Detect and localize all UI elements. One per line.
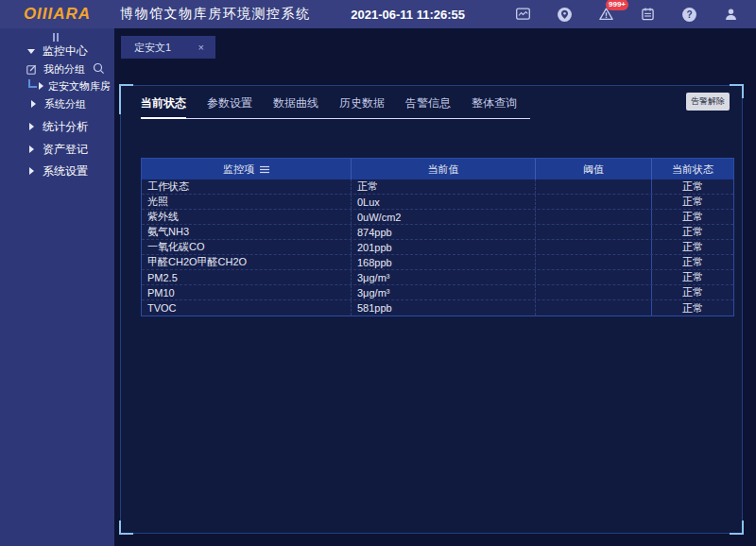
cell-threshold xyxy=(536,225,652,239)
table-row[interactable]: PM10 3μg/m³ 正常 xyxy=(142,285,733,300)
cell-threshold xyxy=(536,255,652,269)
header-current-value: 当前值 xyxy=(352,159,536,179)
cell-monitor-item: 一氧化碳CO xyxy=(142,240,352,254)
cell-current-status: 正常 xyxy=(652,285,733,299)
svg-text:?: ? xyxy=(686,9,692,20)
cell-monitor-item: PM10 xyxy=(142,285,352,299)
content-panel: 当前状态 参数设置 数据曲线 历史数据 告警信息 整体查询 告警解除 监控项 当… xyxy=(120,85,743,534)
alarm-icon[interactable]: 999+ xyxy=(597,6,614,23)
corner-accent xyxy=(730,520,744,535)
cell-current-status: 正常 xyxy=(652,270,733,284)
table-row[interactable]: 工作状态 正常 正常 xyxy=(142,179,733,195)
corner-accent xyxy=(730,84,744,98)
cell-current-status: 正常 xyxy=(652,225,733,239)
calendar-icon[interactable] xyxy=(639,6,656,23)
screen-icon[interactable] xyxy=(514,6,531,23)
logo-container: OIIIARA xyxy=(0,5,114,24)
tab-overall-query[interactable]: 整体查询 xyxy=(472,92,517,118)
chevron-down-icon xyxy=(27,49,35,54)
table-row[interactable]: 一氧化碳CO 201ppb 正常 xyxy=(142,240,733,255)
table-row[interactable]: 光照 0Lux 正常 xyxy=(142,195,733,210)
panel-tab-bar: 当前状态 参数设置 数据曲线 历史数据 告警信息 整体查询 xyxy=(141,92,530,119)
document-tab-label: 定安文1 xyxy=(134,41,171,55)
cell-current-status: 正常 xyxy=(652,240,733,254)
cell-current-value: 874ppb xyxy=(352,225,536,239)
cell-current-status: 正常 xyxy=(652,300,733,316)
tab-alarm-info[interactable]: 告警信息 xyxy=(405,92,451,118)
tab-data-curve[interactable]: 数据曲线 xyxy=(273,92,318,118)
document-tab[interactable]: 定安文1 × xyxy=(121,36,215,59)
table-row[interactable]: 氨气NH3 874ppb 正常 xyxy=(142,225,733,240)
chevron-right-icon xyxy=(29,167,34,175)
cell-current-value: 168ppb xyxy=(352,255,536,269)
cell-current-value: 3μg/m³ xyxy=(352,270,536,284)
cell-threshold xyxy=(536,179,652,194)
help-icon[interactable]: ? xyxy=(680,6,697,23)
tab-history-data[interactable]: 历史数据 xyxy=(339,92,385,118)
sidebar-item-label: 系统设置 xyxy=(43,163,88,179)
location-icon[interactable] xyxy=(556,6,573,23)
sidebar: 监控中心 我的分组 定安文物库房 系统分组 统计分析 资产登记 系统设置 xyxy=(0,28,114,546)
sidebar-item-label: 资产登记 xyxy=(43,142,88,158)
cell-monitor-item: TVOC xyxy=(142,300,352,316)
sidebar-item-system-settings[interactable]: 系统设置 xyxy=(0,162,114,179)
header-current-status: 当前状态 xyxy=(652,159,733,179)
sidebar-item-system-groups[interactable]: 系统分组 xyxy=(0,95,114,112)
sidebar-item-statistics[interactable]: 统计分析 xyxy=(0,118,114,135)
cell-current-value: 正常 xyxy=(352,179,536,194)
app-title: 博物馆文物库房环境测控系统 xyxy=(120,6,311,23)
sidebar-item-my-groups[interactable]: 我的分组 xyxy=(0,60,114,77)
chevron-right-icon xyxy=(31,100,36,108)
sidebar-item-asset-registry[interactable]: 资产登记 xyxy=(0,141,114,158)
cell-current-value: 0Lux xyxy=(352,195,536,209)
cell-current-value: 3μg/m³ xyxy=(352,285,536,299)
cell-monitor-item: 紫外线 xyxy=(142,210,352,224)
cell-current-status: 正常 xyxy=(652,255,733,269)
brand-logo: OIIIARA xyxy=(24,5,91,24)
table-row[interactable]: 甲醛CH2O甲醛CH2O 168ppb 正常 xyxy=(142,255,733,270)
tree-connector xyxy=(28,79,37,88)
table-row[interactable]: TVOC 581ppb 正常 xyxy=(142,300,733,316)
cell-threshold xyxy=(536,195,652,209)
table-row[interactable]: PM2.5 3μg/m³ 正常 xyxy=(142,270,733,285)
main-content: 定安文1 × 定安文物库房 > 空气质量监测 > 空气质量监测-2 当前状态 参… xyxy=(114,28,756,546)
header-threshold: 阈值 xyxy=(536,159,652,179)
sidebar-item-dingan-warehouse[interactable]: 定安文物库房 xyxy=(0,77,114,94)
user-icon[interactable] xyxy=(722,6,739,23)
cell-threshold xyxy=(536,270,652,284)
cell-threshold xyxy=(536,240,652,254)
datetime-display: 2021-06-11 11:26:55 xyxy=(351,8,465,22)
monitor-table: 监控项 当前值 阈值 当前状态 工作状态 正常 正常 光照 0Lux 正常 紫外… xyxy=(141,158,734,316)
cell-threshold xyxy=(536,210,652,224)
table-row[interactable]: 紫外线 0uW/cm2 正常 xyxy=(142,210,733,225)
header-monitor-item[interactable]: 监控项 xyxy=(142,159,352,179)
sidebar-item-label: 我的分组 xyxy=(43,62,85,77)
cell-current-status: 正常 xyxy=(652,210,733,224)
topbar-right: 2021-06-11 11:26:55 999+ ? xyxy=(351,6,739,23)
chevron-right-icon xyxy=(29,123,34,130)
collapse-toggle-icon[interactable] xyxy=(53,33,59,42)
tab-parameter-settings[interactable]: 参数设置 xyxy=(207,92,252,118)
cell-current-status: 正常 xyxy=(652,179,733,194)
tab-current-status[interactable]: 当前状态 xyxy=(141,92,186,119)
clear-alarm-button[interactable]: 告警解除 xyxy=(686,93,730,111)
cell-monitor-item: 工作状态 xyxy=(142,179,352,194)
cell-current-status: 正常 xyxy=(652,195,733,209)
cell-monitor-item: PM2.5 xyxy=(142,270,352,284)
cell-threshold xyxy=(536,300,652,316)
corner-accent xyxy=(119,520,133,535)
close-icon[interactable]: × xyxy=(198,42,204,53)
sidebar-item-monitor-center[interactable]: 监控中心 xyxy=(0,43,114,60)
search-icon[interactable] xyxy=(93,62,105,77)
table-header-row: 监控项 当前值 阈值 当前状态 xyxy=(142,159,733,179)
list-filter-icon[interactable] xyxy=(260,165,269,174)
corner-accent xyxy=(119,84,133,98)
cell-threshold xyxy=(536,285,652,299)
table-body: 工作状态 正常 正常 光照 0Lux 正常 紫外线 0uW/cm2 正常 氨气N… xyxy=(142,179,733,316)
sidebar-item-label: 统计分析 xyxy=(43,119,88,135)
cell-current-value: 581ppb xyxy=(352,300,536,316)
chevron-right-icon xyxy=(39,82,43,90)
chevron-right-icon xyxy=(29,145,34,153)
cell-monitor-item: 光照 xyxy=(142,195,352,209)
sidebar-item-label: 监控中心 xyxy=(43,43,88,60)
